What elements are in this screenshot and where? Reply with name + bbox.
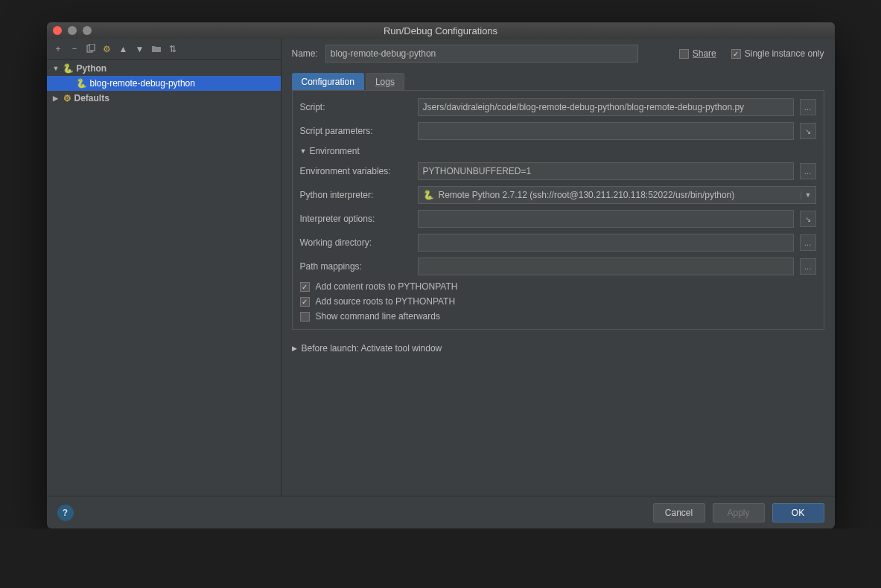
folder-icon[interactable] (150, 42, 163, 56)
script-input[interactable]: Jsers/davidraleigh/code/blog-remote-debu… (418, 98, 794, 116)
browse-button[interactable]: … (800, 234, 816, 251)
svg-rect-1 (89, 44, 95, 51)
chevron-down-icon[interactable]: ▼ (801, 191, 815, 199)
tree-label: Defaults (74, 93, 109, 103)
workdir-label: Working directory: (300, 237, 412, 248)
cancel-button[interactable]: Cancel (653, 503, 705, 523)
config-tree: ▼ 🐍 Python 🐍 blog-remote-debug-python ▶ … (47, 60, 281, 496)
ok-button[interactable]: OK (772, 503, 824, 523)
tab-logs[interactable]: Logs (366, 73, 404, 90)
help-button[interactable]: ? (57, 505, 74, 521)
share-label: Share (693, 48, 716, 59)
chevron-down-icon: ▼ (300, 147, 307, 155)
button-bar: ? Cancel Apply OK (47, 496, 835, 528)
main-panel: Name: Share Single instance only Configu… (282, 39, 835, 496)
name-input[interactable] (325, 45, 638, 63)
interpreter-dropdown[interactable]: 🐍Remote Python 2.7.12 (ssh://root@130.21… (418, 186, 816, 204)
interp-opts-label: Interpreter options: (300, 214, 412, 224)
chevron-down-icon: ▼ (53, 65, 60, 72)
workdir-input[interactable] (418, 234, 794, 252)
env-section-header[interactable]: ▼ Environment (300, 146, 816, 156)
expand-button[interactable]: ↘ (800, 123, 816, 139)
checkbox-icon (300, 297, 310, 307)
run-debug-config-dialog: Run/Debug Configurations ＋ － ⚙ ▲ ▼ ⇅ ▼ (47, 22, 835, 528)
script-params-label: Script parameters: (300, 126, 412, 136)
env-vars-input[interactable]: PYTHONUNBUFFERED=1 (418, 162, 794, 180)
tree-node-defaults[interactable]: ▶ ⚙ Defaults (47, 91, 281, 106)
expand-button[interactable]: ↘ (800, 211, 816, 227)
settings-icon[interactable]: ⚙ (101, 42, 114, 56)
configuration-panel: Script: Jsers/davidraleigh/code/blog-rem… (292, 91, 824, 330)
tab-bar: Configuration Logs (292, 73, 824, 91)
down-icon[interactable]: ▼ (133, 42, 147, 56)
add-source-roots-checkbox[interactable]: Add source roots to PYTHONPATH (300, 296, 816, 307)
name-label: Name: (292, 48, 318, 59)
tab-configuration[interactable]: Configuration (292, 73, 364, 90)
chevron-right-icon: ▶ (53, 95, 60, 102)
sidebar-toolbar: ＋ － ⚙ ▲ ▼ ⇅ (47, 39, 281, 60)
wrench-icon: ⚙ (63, 93, 71, 103)
checkbox-icon (679, 49, 689, 59)
browse-button[interactable]: … (800, 258, 816, 275)
single-instance-checkbox[interactable]: Single instance only (731, 48, 824, 59)
add-content-roots-checkbox[interactable]: Add content roots to PYTHONPATH (300, 281, 816, 292)
sort-icon[interactable]: ⇅ (166, 42, 179, 56)
before-launch-section[interactable]: ▶ Before launch: Activate tool window (292, 343, 824, 354)
checkbox-icon (731, 49, 741, 59)
python-icon: 🐍 (77, 78, 87, 89)
path-mappings-input[interactable] (418, 258, 794, 275)
tree-label: Python (77, 63, 107, 74)
titlebar: Run/Debug Configurations (47, 22, 835, 39)
python-icon: 🐍 (423, 190, 434, 200)
path-mappings-label: Path mappings: (300, 261, 412, 272)
tree-node-config[interactable]: 🐍 blog-remote-debug-python (47, 76, 281, 91)
tree-node-python[interactable]: ▼ 🐍 Python (47, 61, 281, 76)
up-icon[interactable]: ▲ (117, 42, 130, 56)
share-checkbox[interactable]: Share (679, 48, 716, 59)
remove-icon[interactable]: － (68, 42, 81, 56)
tree-label: blog-remote-debug-python (90, 78, 195, 89)
script-label: Script: (300, 102, 412, 112)
dialog-content: ＋ － ⚙ ▲ ▼ ⇅ ▼ 🐍 Python 🐍 (47, 39, 835, 528)
copy-icon[interactable] (84, 42, 98, 56)
apply-button[interactable]: Apply (713, 503, 765, 523)
env-vars-label: Environment variables: (300, 166, 412, 176)
chevron-right-icon: ▶ (292, 345, 297, 352)
single-instance-label: Single instance only (745, 48, 824, 59)
python-icon: 🐍 (63, 63, 74, 74)
interp-opts-input[interactable] (418, 210, 794, 228)
browse-button[interactable]: … (800, 163, 816, 179)
browse-button[interactable]: … (800, 99, 816, 115)
checkbox-icon (300, 282, 310, 292)
script-params-input[interactable] (418, 122, 794, 140)
interpreter-label: Python interpreter: (300, 190, 412, 200)
add-icon[interactable]: ＋ (51, 42, 65, 56)
window-title: Run/Debug Configurations (47, 25, 835, 36)
sidebar: ＋ － ⚙ ▲ ▼ ⇅ ▼ 🐍 Python 🐍 (47, 39, 282, 496)
checkbox-icon (300, 312, 310, 322)
show-cmd-checkbox[interactable]: Show command line afterwards (300, 311, 816, 322)
